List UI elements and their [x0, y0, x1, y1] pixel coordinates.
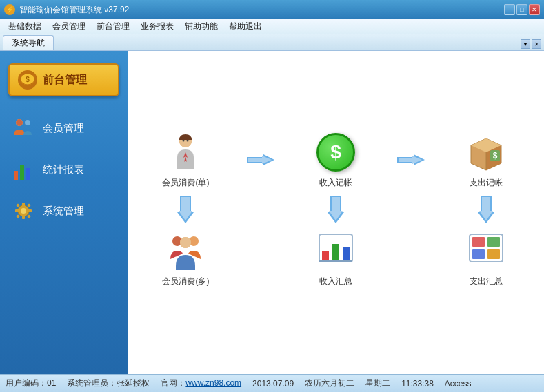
svg-rect-47 [343, 247, 350, 260]
menu-member-manage[interactable]: 会员管理 [47, 19, 91, 34]
svg-rect-13 [15, 209, 19, 212]
admin-name: 系统管理员：张延授权 [67, 378, 150, 389]
svg-point-10 [21, 208, 26, 214]
grid-icon [465, 230, 507, 271]
svg-point-43 [180, 237, 191, 248]
svg-rect-11 [22, 203, 25, 207]
income-record[interactable]: $ 收入记帐 [315, 132, 356, 189]
svg-rect-50 [472, 237, 485, 247]
svg-rect-12 [22, 215, 25, 219]
title-controls[interactable]: ─ □ ✕ [504, 4, 540, 15]
menu-basic-data[interactable]: 基础数据 [3, 19, 47, 34]
svg-point-5 [16, 119, 23, 126]
title-bar: ⚡ 智能瑜伽会馆管理系统 v37.92 ─ □ ✕ [0, 0, 544, 19]
sidebar-active-front-desk[interactable]: $ 前台管理 [8, 63, 119, 96]
income-record-label: 收入记帐 [319, 177, 352, 189]
member-manage-label: 会员管理 [43, 122, 84, 135]
svg-rect-18 [27, 214, 31, 218]
member-consume-single-label: 会员消费(单) [162, 177, 209, 189]
svg-text:$: $ [492, 151, 497, 161]
svg-rect-16 [27, 203, 31, 207]
minimize-button[interactable]: ─ [504, 4, 515, 15]
website: 官网：www.zn98.com [161, 378, 241, 389]
svg-rect-48 [319, 260, 352, 262]
empty-spacer-1 [247, 196, 274, 223]
date: 2013.07.09 [252, 379, 294, 389]
income-summary-label: 收入汇总 [319, 276, 352, 287]
report-icon [11, 157, 36, 182]
tab-close-button[interactable]: ✕ [532, 39, 541, 49]
system-manage-label: 系统管理 [43, 205, 84, 218]
svg-rect-53 [487, 249, 500, 259]
tab-bar: 系统导航 ▼ ✕ [0, 34, 544, 51]
sidebar: $ 前台管理 会员管理 [0, 51, 128, 374]
menu-business-report[interactable]: 业务报表 [135, 19, 179, 34]
person-icon [165, 132, 206, 173]
arrow-down-1 [177, 196, 194, 223]
main-container: $ 前台管理 会员管理 [0, 51, 544, 374]
svg-rect-7 [20, 165, 24, 180]
member-consume-single[interactable]: 会员消费(单) [162, 132, 209, 189]
weekday: 星期二 [365, 378, 390, 389]
coin-svg: $ [19, 72, 36, 88]
svg-rect-52 [472, 249, 485, 259]
content-area: 会员消费(单) $ 收入记帐 [128, 51, 544, 374]
sidebar-item-system[interactable]: 系统管理 [0, 190, 128, 231]
app-icon: ⚡ [4, 4, 15, 15]
sidebar-item-report[interactable]: 统计报表 [0, 149, 128, 190]
member-manage-icon [11, 116, 36, 141]
arrow-right-1 [247, 152, 274, 168]
time: 11:33:38 [401, 379, 434, 389]
svg-rect-6 [14, 171, 18, 180]
multi-person-icon [165, 230, 206, 271]
report-label: 统计报表 [43, 163, 84, 176]
svg-rect-14 [28, 209, 32, 212]
dollar-icon: $ [315, 132, 356, 173]
tab-system-nav[interactable]: 系统导航 [3, 35, 54, 50]
flow-grid: 会员消费(单) $ 收入记帐 [148, 132, 523, 294]
dollar-circle: $ [316, 133, 355, 172]
chart-icon [315, 230, 356, 271]
user-code: 用户编码：01 [6, 378, 56, 389]
maximize-button[interactable]: □ [516, 4, 527, 15]
expense-record-label: 支出记帐 [470, 177, 503, 189]
menu-help-exit[interactable]: 帮助退出 [223, 19, 268, 34]
expense-summary[interactable]: 支出汇总 [465, 230, 507, 287]
title-bar-left: ⚡ 智能瑜伽会馆管理系统 v37.92 [4, 4, 129, 16]
system-manage-icon [11, 198, 36, 223]
svg-rect-15 [16, 203, 20, 207]
menu-front-desk[interactable]: 前台管理 [91, 19, 135, 34]
website-link[interactable]: www.zn98.com [185, 378, 241, 388]
svg-rect-17 [16, 214, 20, 218]
member-consume-multi[interactable]: 会员消费(多) [162, 230, 209, 287]
box-icon: $ $ [465, 132, 507, 173]
empty-spacer-2 [397, 196, 425, 223]
app-title: 智能瑜伽会馆管理系统 v37.92 [19, 4, 129, 16]
svg-rect-8 [26, 168, 30, 180]
access-label: Access [445, 379, 472, 389]
arrow-down-3 [478, 196, 494, 223]
expense-summary-label: 支出汇总 [470, 276, 503, 287]
member-consume-multi-label: 会员消费(多) [162, 276, 209, 287]
sidebar-item-member[interactable]: 会员管理 [0, 107, 128, 149]
expense-record[interactable]: $ $ 支出记帐 [465, 132, 507, 189]
svg-rect-51 [487, 237, 500, 247]
lunar-date: 农历六月初二 [305, 378, 354, 389]
tab-dropdown-button[interactable]: ▼ [521, 39, 530, 49]
svg-rect-46 [332, 244, 339, 260]
status-bar: 用户编码：01 系统管理员：张延授权 官网：www.zn98.com 2013.… [0, 374, 544, 392]
menu-bar: 基础数据 会员管理 前台管理 业务报表 辅助功能 帮助退出 [0, 19, 544, 34]
front-desk-icon: $ [18, 70, 37, 90]
svg-rect-45 [322, 251, 329, 260]
menu-auxiliary[interactable]: 辅助功能 [179, 19, 223, 34]
svg-point-4 [25, 120, 30, 125]
front-desk-label: 前台管理 [43, 73, 87, 87]
tab-controls[interactable]: ▼ ✕ [521, 39, 541, 50]
income-summary[interactable]: 收入汇总 [315, 230, 356, 287]
arrow-right-2 [397, 152, 425, 168]
svg-text:$: $ [26, 76, 30, 83]
arrow-down-2 [328, 196, 344, 223]
close-button[interactable]: ✕ [529, 4, 540, 15]
